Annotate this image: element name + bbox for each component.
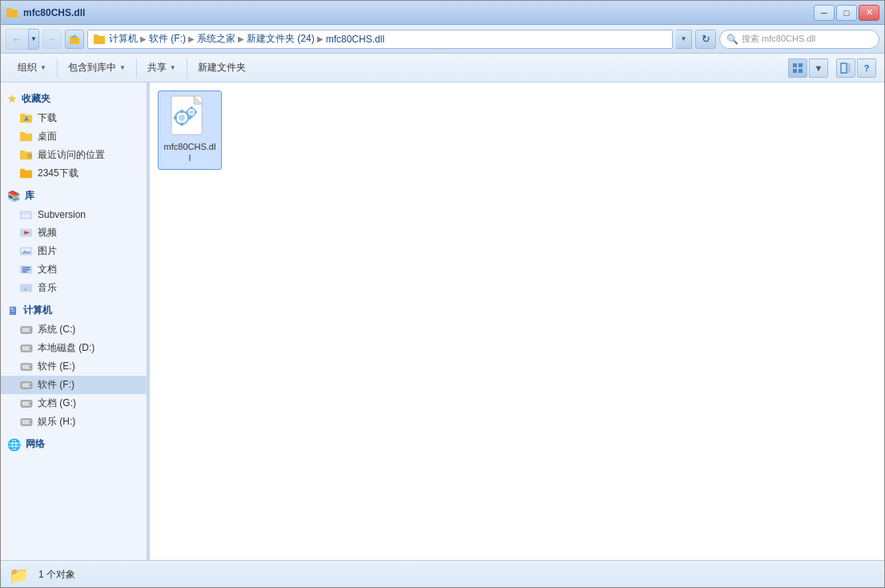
path-new: 新建文件夹 (24) (247, 32, 315, 46)
refresh-button[interactable]: ↻ (695, 30, 716, 49)
path-folder-icon (93, 33, 106, 46)
doc-g-label: 文档 (G:) (38, 397, 76, 410)
sidebar-section-network: 🌐 网络 (1, 434, 147, 454)
share-button[interactable]: 共享 ▼ (139, 56, 185, 80)
sidebar-item-music[interactable]: ♪ 音乐 (1, 279, 147, 297)
star-icon: ★ (7, 93, 17, 105)
search-box[interactable]: 🔍 搜索 mfc80CHS.dll (719, 30, 879, 49)
svg-rect-63 (180, 110, 183, 113)
sidebar-item-soft-e[interactable]: 软件 (E:) (1, 357, 147, 376)
sidebar-item-2345[interactable]: 2345下载 (1, 164, 147, 183)
sidebar-item-sys-c[interactable]: 系统 (C:) (1, 320, 147, 339)
svg-point-45 (29, 348, 31, 350)
soft-f-label: 软件 (F:) (38, 378, 74, 392)
docs-library-icon (20, 264, 33, 276)
maximize-button[interactable]: □ (836, 5, 857, 21)
svg-rect-14 (20, 114, 25, 117)
svg-rect-20 (20, 151, 25, 154)
sidebar-item-image[interactable]: 图片 (1, 242, 147, 260)
sidebar: ★ 收藏夹 下载 (1, 83, 147, 560)
local-d-label: 本地磁盘 (D:) (38, 341, 95, 355)
drive-h-icon (20, 416, 33, 429)
ent-h-label: 娱乐 (H:) (38, 415, 75, 429)
svg-rect-27 (22, 212, 31, 217)
sidebar-header-network[interactable]: 🌐 网络 (1, 434, 147, 454)
svg-rect-5 (94, 36, 105, 44)
path-arrow-2: ▶ (188, 34, 195, 43)
status-bar: 📁 1 个对象 (1, 560, 884, 588)
help-button[interactable]: ? (857, 58, 876, 78)
grid-view-icon (792, 62, 803, 74)
download-label: 下载 (38, 111, 57, 125)
file-icon-wrapper (169, 96, 211, 138)
address-path-box[interactable]: 计算机 ▶ 软件 (F:) ▶ 系统之家 ▶ 新建文件夹 (24) ▶ mfc8… (87, 30, 673, 49)
svg-rect-69 (191, 107, 193, 109)
svg-rect-1 (6, 8, 11, 11)
close-button[interactable]: ✕ (859, 5, 879, 21)
new-folder-button[interactable]: 新建文件夹 (189, 56, 255, 80)
svg-point-62 (179, 115, 185, 121)
path-xjz: 系统之家 (197, 32, 235, 46)
window-icon (6, 6, 18, 19)
include-label: 包含到库中 (68, 61, 116, 75)
sidebar-item-ent-h[interactable]: 娱乐 (H:) (1, 413, 147, 431)
sidebar-item-doc-g[interactable]: 文档 (G:) (1, 394, 147, 413)
soft-e-label: 软件 (E:) (38, 360, 75, 373)
address-bar: ← ▼ → 计算机 ▶ 软件 (F:) ▶ 系统之家 ▶ 新建文件夹 (24) … (1, 25, 884, 54)
toolbar-divider-1 (57, 58, 58, 78)
sidebar-item-docs[interactable]: 文档 (1, 260, 147, 279)
view-mode-button[interactable] (788, 58, 807, 78)
svg-point-54 (29, 403, 31, 405)
sidebar-item-download[interactable]: 下载 (1, 109, 147, 127)
svg-rect-2 (70, 38, 79, 44)
file-item-mfc80chs[interactable]: mfc80CHS.dll (158, 91, 222, 170)
image-library-icon (20, 245, 33, 258)
svg-rect-9 (793, 69, 797, 73)
dll-file-icon (170, 95, 210, 139)
forward-button[interactable]: → (42, 30, 62, 49)
svg-point-57 (29, 421, 31, 424)
title-bar-controls: ─ □ ✕ (814, 5, 879, 21)
path-arrow-4: ▶ (317, 34, 324, 43)
sidebar-item-recent[interactable]: 最近访问的位置 (1, 146, 147, 164)
sidebar-item-soft-f[interactable]: 软件 (F:) (1, 376, 147, 394)
sidebar-item-subversion[interactable]: Subversion (1, 206, 147, 224)
sidebar-item-local-d[interactable]: 本地磁盘 (D:) (1, 339, 147, 357)
organize-dropdown-arrow: ▼ (40, 64, 46, 71)
docs-label: 文档 (38, 263, 57, 276)
title-bar: mfc80CHS.dll ─ □ ✕ (1, 1, 884, 25)
organize-button[interactable]: 组织 ▼ (9, 56, 55, 80)
music-label: 音乐 (38, 281, 57, 295)
svg-point-42 (29, 329, 31, 332)
download-folder-icon (20, 112, 33, 125)
sidebar-item-video[interactable]: 视频 (1, 224, 147, 242)
svg-point-51 (29, 385, 31, 387)
2345-label: 2345下载 (38, 167, 78, 180)
minimize-button[interactable]: ─ (814, 5, 835, 21)
desktop-folder-icon (20, 131, 33, 143)
sidebar-header-favorites[interactable]: ★ 收藏夹 (1, 89, 147, 109)
window-title: mfc80CHS.dll (23, 7, 85, 18)
title-bar-left: mfc80CHS.dll (6, 6, 85, 19)
view-dropdown-button[interactable]: ▼ (809, 58, 828, 78)
back-button[interactable]: ← (6, 29, 28, 50)
drive-g-icon (20, 397, 33, 410)
up-icon (69, 34, 80, 45)
preview-pane-button[interactable] (836, 58, 855, 78)
sidebar-header-library[interactable]: 📚 库 (1, 186, 147, 206)
address-dropdown[interactable]: ▼ (676, 30, 692, 49)
network-icon: 🌐 (7, 438, 21, 451)
sidebar-section-library: 📚 库 Subversion (1, 186, 147, 297)
toolbar-divider-2 (136, 58, 137, 78)
sidebar-item-desktop[interactable]: 桌面 (1, 127, 147, 146)
sidebar-header-computer[interactable]: 🖥 计算机 (1, 300, 147, 320)
network-label: 网络 (26, 437, 45, 451)
include-library-button[interactable]: 包含到库中 ▼ (59, 56, 135, 80)
up-button[interactable] (65, 30, 84, 49)
back-dropdown[interactable]: ▼ (28, 29, 39, 50)
path-file: mfc80CHS.dll (326, 34, 384, 45)
image-label: 图片 (38, 244, 57, 258)
svg-point-68 (190, 111, 194, 115)
svg-text:♪: ♪ (23, 286, 26, 293)
svg-rect-11 (841, 63, 847, 73)
